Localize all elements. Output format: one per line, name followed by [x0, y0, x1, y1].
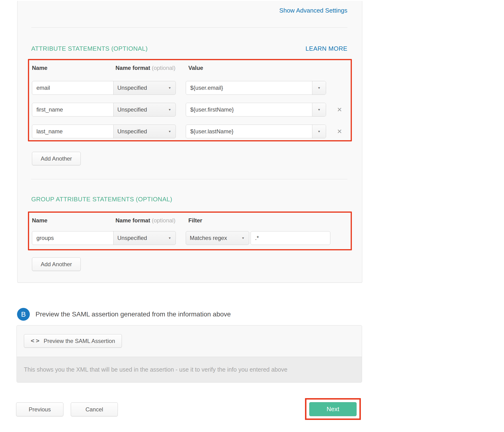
attribute-value-field: ▼ [186, 81, 326, 95]
group-name-input[interactable] [32, 231, 114, 245]
name-format-select[interactable]: Unspecified ▼ [113, 103, 176, 117]
preview-button-label: Preview the SAML Assertion [44, 338, 115, 344]
section-divider [31, 179, 347, 179]
group-attribute-header-row: GROUP ATTRIBUTE STATEMENTS (OPTIONAL) [31, 195, 347, 203]
preview-help-footer: This shows you the XML that will be used… [17, 357, 362, 382]
show-advanced-settings-link[interactable]: Show Advanced Settings [279, 7, 347, 14]
preview-help-text: This shows you the XML that will be used… [24, 366, 288, 373]
attribute-name-format-group: Unspecified ▼ [32, 125, 176, 138]
attribute-value-input[interactable] [186, 103, 312, 116]
value-dropdown-button[interactable]: ▼ [312, 125, 326, 138]
column-header-name-format: Name format (optional) [114, 217, 186, 224]
filter-type-select[interactable]: Matches regex ▼ [186, 231, 249, 245]
group-name-format-group: Unspecified ▼ [32, 231, 176, 245]
attribute-statement-row: Unspecified ▼ ▼ ✕ [32, 103, 351, 117]
remove-row-button[interactable]: ✕ [337, 128, 342, 134]
cancel-button[interactable]: Cancel [71, 402, 118, 416]
group-attribute-rows: Unspecified ▼ Matches regex ▼ [32, 231, 351, 245]
add-another-attribute-button[interactable]: Add Another [32, 152, 81, 165]
attribute-value-field: ▼ [186, 125, 326, 138]
group-name-format-select[interactable]: Unspecified ▼ [113, 231, 176, 245]
column-header-name: Name [32, 65, 114, 72]
attribute-statements-header-row: ATTRIBUTE STATEMENTS (OPTIONAL) LEARN MO… [31, 45, 347, 52]
section-divider [31, 28, 347, 28]
attribute-name-format-group: Unspecified ▼ [32, 103, 176, 117]
group-name-format-selected-value: Unspecified [117, 235, 147, 241]
next-button[interactable]: Next [309, 402, 357, 416]
attribute-name-input[interactable] [32, 81, 114, 95]
attribute-rows: Unspecified ▼ ▼ ✕ Unspecified ▼ ▼ [32, 81, 351, 138]
preview-saml-assertion-button[interactable]: <> Preview the SAML Assertion [24, 334, 122, 348]
chevron-down-icon: ▼ [317, 86, 321, 90]
next-button-annotation-box: Next [305, 398, 361, 420]
code-brackets-icon: <> [31, 338, 41, 344]
name-format-select[interactable]: Unspecified ▼ [113, 125, 176, 138]
filter-value-input[interactable] [251, 231, 330, 245]
group-attribute-annotation-box: Name Name format (optional) Filter Unspe… [28, 212, 352, 250]
group-attribute-statements-title: GROUP ATTRIBUTE STATEMENTS (OPTIONAL) [31, 195, 172, 203]
chevron-down-icon: ▼ [241, 237, 245, 240]
learn-more-link[interactable]: LEARN MORE [306, 45, 347, 52]
attribute-statements-annotation-box: Name Name format (optional) Value Unspec… [28, 59, 352, 141]
attribute-value-input[interactable] [186, 125, 312, 138]
saml-settings-panel: Show Advanced Settings ATTRIBUTE STATEME… [17, 1, 362, 282]
attribute-name-input[interactable] [32, 125, 114, 138]
chevron-down-icon: ▼ [168, 237, 171, 240]
preview-step-heading: B Preview the SAML assertion generated f… [17, 308, 231, 321]
advanced-settings-row: Show Advanced Settings [18, 1, 362, 14]
attribute-value-field: ▼ [186, 103, 326, 117]
step-b-badge: B [17, 308, 30, 321]
chevron-down-icon: ▼ [168, 130, 171, 133]
chevron-down-icon: ▼ [168, 108, 171, 111]
name-format-selected-value: Unspecified [117, 106, 147, 113]
value-dropdown-button[interactable]: ▼ [312, 81, 326, 94]
chevron-down-icon: ▼ [168, 86, 171, 90]
column-header-value: Value [186, 65, 203, 72]
add-another-group-attribute-button[interactable]: Add Another [32, 257, 81, 271]
name-format-select[interactable]: Unspecified ▼ [113, 81, 176, 95]
chevron-down-icon: ▼ [317, 108, 321, 111]
value-dropdown-button[interactable]: ▼ [312, 103, 326, 116]
previous-button[interactable]: Previous [16, 402, 63, 416]
name-format-selected-value: Unspecified [117, 85, 147, 91]
column-header-name: Name [32, 217, 114, 224]
attribute-columns-header: Name Name format (optional) Value [32, 65, 351, 72]
attribute-statements-title: ATTRIBUTE STATEMENTS (OPTIONAL) [31, 45, 148, 52]
attribute-statement-row: Unspecified ▼ ▼ ✕ [32, 125, 351, 138]
name-format-selected-value: Unspecified [117, 128, 147, 135]
column-header-optional: (optional) [152, 65, 175, 71]
column-header-optional: (optional) [152, 217, 175, 224]
column-header-filter: Filter [186, 217, 202, 224]
chevron-down-icon: ▼ [317, 130, 321, 133]
attribute-statement-row: Unspecified ▼ ▼ ✕ [32, 81, 351, 95]
attribute-value-input[interactable] [186, 81, 312, 94]
remove-row-button[interactable]: ✕ [337, 107, 342, 113]
attribute-name-input[interactable] [32, 103, 114, 117]
group-columns-header: Name Name format (optional) Filter [32, 217, 351, 224]
saml-preview-panel: <> Preview the SAML Assertion This shows… [17, 325, 362, 383]
attribute-name-format-group: Unspecified ▼ [32, 81, 176, 95]
group-attribute-statement-row: Unspecified ▼ Matches regex ▼ [32, 231, 351, 245]
preview-step-text: Preview the SAML assertion generated fro… [36, 310, 231, 318]
filter-type-selected-value: Matches regex [190, 235, 227, 241]
column-header-name-format: Name format (optional) [114, 65, 186, 72]
